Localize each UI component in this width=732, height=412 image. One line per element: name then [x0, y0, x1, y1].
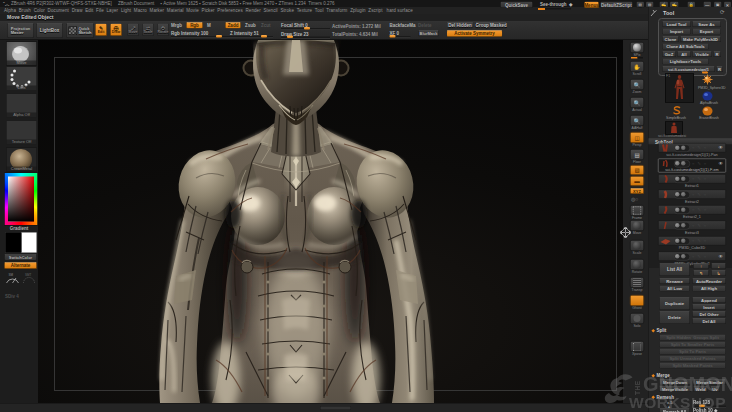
svg-text:GNOMON: GNOMON — [643, 373, 732, 395]
svg-text:THE: THE — [634, 380, 641, 395]
svg-text:SM: SM — [9, 273, 14, 277]
svg-text:SMT: SMT — [25, 273, 32, 277]
svg-text:WORKSHOP: WORKSHOP — [629, 394, 726, 411]
